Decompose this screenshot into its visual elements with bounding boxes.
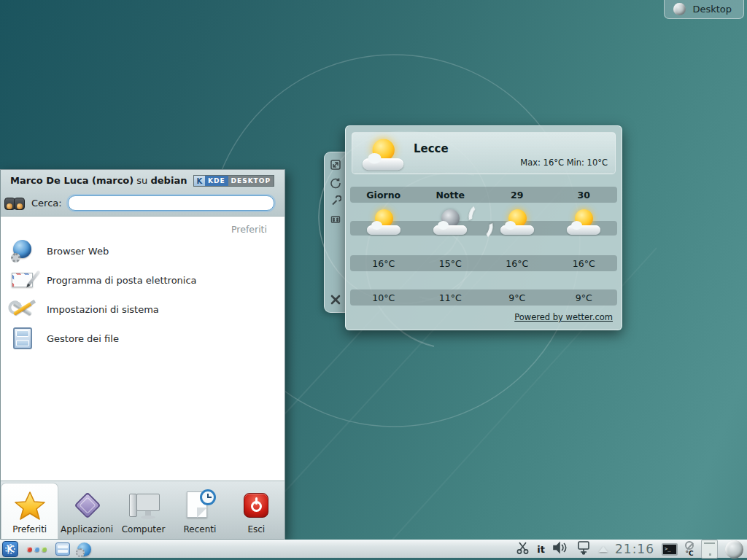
tab-applicazioni[interactable]: Applicazioni xyxy=(58,481,115,539)
search-binoculars-icon xyxy=(4,194,26,211)
badge-kde-label: KDE xyxy=(205,176,228,186)
applications-diamond-icon xyxy=(71,489,103,521)
night-temp: 11°C xyxy=(417,292,484,303)
desktop-pager[interactable] xyxy=(701,540,718,559)
configure-wrench-icon[interactable] xyxy=(329,195,342,208)
kmenu-button[interactable]: K xyxy=(2,541,18,557)
power-leave-icon xyxy=(240,489,272,521)
toolbox-label: Desktop xyxy=(692,4,732,15)
weather-night-temps-row: 10°C 11°C 9°C 9°C xyxy=(350,289,617,306)
desktop-toolbox[interactable]: Desktop xyxy=(664,0,744,19)
moon-cloud-icon xyxy=(433,208,467,238)
night-temp: 10°C xyxy=(350,292,417,303)
expand-tray-arrow-icon[interactable] xyxy=(599,546,608,552)
search-row: Cerca: xyxy=(4,192,274,214)
user-identity: Marco De Luca (marco) su debian xyxy=(10,175,187,186)
search-input[interactable] xyxy=(68,195,274,211)
badge-desktop-label: DESKTOP xyxy=(228,176,274,186)
user-su: su xyxy=(133,175,150,186)
star-icon xyxy=(14,489,46,521)
system-settings-icon xyxy=(10,297,35,322)
panel-cashew-icon[interactable] xyxy=(725,540,743,559)
tab-computer[interactable]: Computer xyxy=(115,481,171,539)
section-label: Preferiti xyxy=(1,217,285,236)
user-name: Marco De Luca (marco) xyxy=(10,175,133,186)
volume-icon[interactable] xyxy=(552,541,568,557)
launcher-tab-bar: Preferiti Applicazioni Computer Recenti xyxy=(1,481,285,539)
weather-day-temps-row: 16°C 15°C 16°C 16°C xyxy=(350,255,617,271)
rotate-icon[interactable] xyxy=(329,176,342,190)
application-launcher: Marco De Luca (marco) su debian K KDE DE… xyxy=(0,169,285,540)
plasma-cashew-icon xyxy=(673,3,686,15)
email-client-icon xyxy=(10,268,35,292)
pin-widget-icon[interactable] xyxy=(329,213,342,226)
close-icon[interactable] xyxy=(329,293,342,306)
weather-col-header: Notte xyxy=(417,190,484,201)
tab-esci[interactable]: Esci xyxy=(228,481,285,539)
keyboard-layout-indicator[interactable]: it xyxy=(537,544,545,555)
weather-max-min: Max: 16°C Min: 10°C xyxy=(520,158,608,168)
weather-widget: Lecce Max: 16°C Min: 10°C Giorno Notte 2… xyxy=(345,125,622,330)
system-tray: it 21:16 >_ °C xyxy=(516,540,745,559)
host-name: debian xyxy=(151,175,187,186)
night-temp: 9°C xyxy=(551,292,618,303)
favorite-item-file-manager[interactable]: Gestore dei file xyxy=(1,324,285,353)
weather-col-header: 30 xyxy=(551,190,618,201)
weather-col-header: Giorno xyxy=(350,190,417,201)
widget-handle[interactable] xyxy=(324,152,346,313)
day-temp: 16°C xyxy=(350,258,417,269)
launcher-header: Marco De Luca (marco) su debian K KDE DE… xyxy=(1,170,285,217)
weather-columns-row: Giorno Notte 29 30 xyxy=(350,187,617,203)
sun-cloud-icon xyxy=(367,208,400,238)
search-label: Cerca: xyxy=(31,198,62,209)
favorite-item-browser[interactable]: Browser Web xyxy=(1,236,285,265)
kde-desktop-badge: K KDE DESKTOP xyxy=(193,175,274,187)
weather-tray-icon[interactable]: °C xyxy=(685,541,694,557)
kde-logo-icon: K xyxy=(194,176,205,186)
computer-icon xyxy=(128,489,160,521)
klipper-scissors-icon[interactable] xyxy=(516,541,530,557)
recent-documents-icon xyxy=(184,489,216,521)
weather-col-header: 29 xyxy=(484,190,551,201)
tab-preferiti[interactable]: Preferiti xyxy=(1,483,58,539)
digital-clock[interactable]: 21:16 xyxy=(615,542,654,556)
favorites-list: Preferiti Browser Web Programma di posta… xyxy=(1,217,285,481)
day-temp: 15°C xyxy=(417,258,484,269)
browser-launcher-icon[interactable] xyxy=(77,542,91,556)
night-temp: 9°C xyxy=(484,292,551,303)
network-monitor-icon[interactable] xyxy=(576,540,592,558)
resize-icon[interactable] xyxy=(329,158,342,171)
sun-cloud-icon xyxy=(500,208,534,238)
sun-cloud-icon xyxy=(567,208,600,238)
sun-cloud-icon xyxy=(363,137,403,174)
color-dots-icon[interactable] xyxy=(26,547,48,552)
wetter-com-link[interactable]: Powered by wetter.com xyxy=(514,312,613,322)
favorite-item-system-settings[interactable]: Impostazioni di sistema xyxy=(1,295,285,324)
desktop-background: Desktop xyxy=(0,0,747,560)
file-drawer-launcher-icon[interactable] xyxy=(55,542,70,556)
day-temp: 16°C xyxy=(551,258,618,269)
web-browser-icon xyxy=(10,238,35,263)
weather-header: Lecce Max: 16°C Min: 10°C xyxy=(352,132,616,174)
favorite-item-email[interactable]: Programma di posta elettronica xyxy=(1,265,285,295)
file-manager-icon xyxy=(10,326,35,351)
tab-recenti[interactable]: Recenti xyxy=(171,481,228,539)
terminal-tray-icon[interactable]: >_ xyxy=(662,543,678,556)
weather-city: Lecce xyxy=(414,142,449,155)
bottom-panel: K it xyxy=(0,540,747,560)
weather-icons-row xyxy=(350,208,617,243)
day-temp: 16°C xyxy=(484,258,551,269)
